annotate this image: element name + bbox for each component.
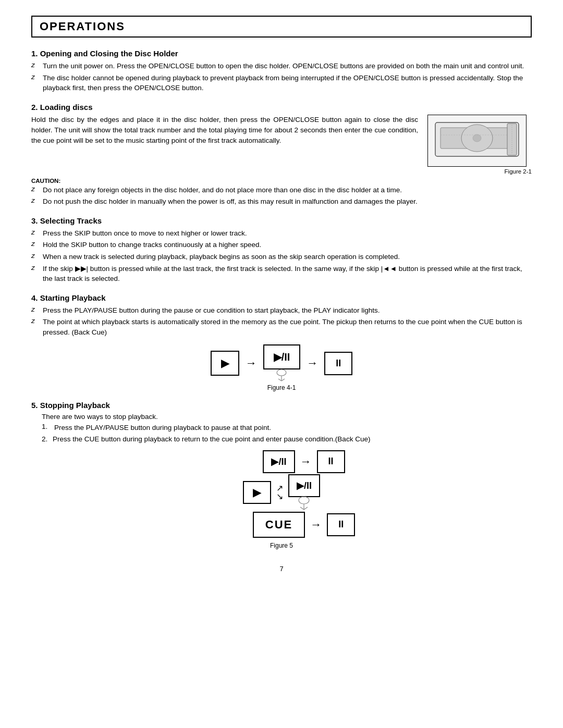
section4-item2: The point at which playback starts is au… [43, 317, 532, 337]
list-item: z Do not push the disc holder in manuall… [31, 196, 532, 207]
bullet: z [31, 305, 43, 313]
disc-svg [430, 117, 524, 164]
figure2-1-label: Figure 2-1 [427, 168, 532, 175]
page-number: 7 [31, 565, 532, 573]
list-item: z Hold the SKIP button to change tracks … [31, 240, 532, 250]
fig5-pause2-box: II [327, 513, 355, 536]
list-item: z The disc holder cannot be opened durin… [31, 73, 532, 93]
bullet: z [31, 317, 43, 325]
cue-label: CUE [265, 518, 292, 532]
bullet: z [31, 73, 43, 81]
section2-caution-list: z Do not place any foreign objects in th… [31, 185, 532, 207]
cue-button-box: CUE [253, 512, 305, 538]
section-starting-playback: 4. Starting Playback z Press the PLAY/PA… [31, 293, 532, 392]
section2-heading: 2. Loading discs [31, 103, 532, 112]
list-item: z If the skip ▶▶| button is pressed whil… [31, 264, 532, 284]
section3-item4: If the skip ▶▶| button is pressed while … [43, 264, 532, 284]
pause-button-box: II [324, 352, 352, 375]
fig5-arrow2-icon: → [310, 518, 322, 532]
section3-item1: Press the SKIP button once to move to ne… [43, 228, 532, 239]
caution-item1: Do not place any foreign objects in the … [43, 185, 532, 195]
figure5-area: ▶/II → II ▶ ↗ ↘ ▶/II [31, 450, 532, 549]
svg-point-3 [473, 134, 481, 142]
svg-line-14 [304, 507, 308, 510]
finger-press-svg [271, 367, 292, 382]
list-item: z Do not place any foreign objects in th… [31, 185, 532, 195]
section4-heading: 4. Starting Playback [31, 293, 532, 302]
pause-icon: II [336, 358, 341, 369]
list-item: z The point at which playback starts is … [31, 317, 532, 337]
list-item: z Turn the unit power on. Press the OPEN… [31, 61, 532, 71]
svg-point-7 [277, 369, 286, 376]
section5-item1: Press the PLAY/PAUSE button during playb… [54, 423, 532, 433]
figure4-1-diagram: ▶ → ▶/II → II [211, 344, 353, 382]
list-item: 1. Press the PLAY/PAUSE button during pl… [42, 423, 532, 433]
num-bullet-2: 2. [42, 435, 47, 443]
arrow2-icon: → [307, 356, 318, 370]
fig5-pause1-icon: II [328, 456, 333, 467]
arrow-up-icon: ↗ [276, 484, 283, 492]
section-loading-discs: 2. Loading discs Hold the disc by the ed… [31, 103, 532, 207]
fig5-pause2-icon: II [338, 519, 344, 530]
section3-heading: 3. Selecting Tracks [31, 216, 532, 225]
svg-point-11 [299, 497, 309, 504]
play-icon: ▶ [221, 357, 229, 369]
section3-item2: Hold the SKIP button to change tracks co… [43, 240, 532, 250]
play-pause-button-box: ▶/II [263, 344, 301, 369]
fig5-finger-play-pause: ▶/II [288, 474, 320, 511]
play-button-box: ▶ [211, 351, 239, 376]
list-item: z Press the PLAY/PAUSE button during the… [31, 305, 532, 316]
section-selecting-tracks: 3. Selecting Tracks z Press the SKIP but… [31, 216, 532, 284]
fig5-top-row: ▶/II → II [218, 450, 345, 473]
svg-line-9 [278, 379, 282, 381]
caution-item2: Do not push the disc holder in manually … [43, 196, 532, 207]
section1-list: z Turn the unit power on. Press the OPEN… [31, 61, 532, 93]
bullet: z [31, 196, 43, 204]
play-pause-with-finger: ▶/II [263, 344, 301, 382]
svg-line-10 [282, 379, 285, 381]
fig5-pp-icon2: ▶/II [297, 480, 312, 491]
caution-label: CAUTION: [31, 178, 532, 184]
fig5-play-icon: ▶ [253, 486, 261, 499]
section-opening-closing: 1. Opening and Closing the Disc Holder z… [31, 49, 532, 93]
section1-item2: The disc holder cannot be opened during … [43, 73, 532, 93]
double-arrow-icon: ↗ ↘ [276, 484, 283, 501]
page-title-box: OPERATIONS [31, 16, 532, 38]
section5-item2: Press the CUE button during playback to … [53, 435, 370, 443]
fig5-finger-svg [292, 495, 315, 511]
bullet: z [31, 61, 43, 69]
section4-item1: Press the PLAY/PAUSE button during the p… [43, 305, 532, 316]
section-stopping-playback: 5. Stopping Playback There are two ways … [31, 401, 532, 549]
figure5-label: Figure 5 [270, 542, 293, 549]
section2-figure-area: Figure 2-1 [427, 115, 532, 175]
disc-figure [427, 115, 527, 167]
bullet: z [31, 185, 43, 193]
arrow1-icon: → [246, 356, 257, 370]
section5-intro-area: There are two ways to stop playback. 1. … [42, 413, 532, 443]
section4-list: z Press the PLAY/PAUSE button during the… [31, 305, 532, 338]
section5-num-list: 1. Press the PLAY/PAUSE button during pl… [42, 423, 532, 433]
section5-heading: 5. Stopping Playback [31, 401, 532, 410]
svg-line-13 [300, 507, 304, 510]
section2-body: Hold the disc by the edges and place it … [31, 115, 532, 175]
fig5-pp-box2: ▶/II [288, 474, 320, 497]
play-pause-icon: ▶/II [274, 351, 290, 363]
bullet: z [31, 228, 43, 236]
fig5-play-pause-box: ▶/II [263, 450, 295, 473]
bullet: z [31, 252, 43, 260]
arrow-down-icon: ↘ [276, 492, 283, 501]
page-title: OPERATIONS [40, 20, 523, 33]
fig5-play-box: ▶ [243, 481, 271, 504]
num-bullet-1: 1. [42, 423, 54, 430]
list-item: z When a new track is selected during pl… [31, 252, 532, 262]
fig5-play-pause-icon: ▶/II [271, 456, 286, 467]
section2-text: Hold the disc by the edges and place it … [31, 115, 418, 146]
fig5-arrow1-icon: → [300, 455, 312, 468]
section2-caution-area: CAUTION: z Do not place any foreign obje… [31, 178, 532, 207]
section5-item2-area: 2. Press the CUE button during playback … [42, 435, 532, 443]
bullet: z [31, 264, 43, 272]
section1-heading: 1. Opening and Closing the Disc Holder [31, 49, 532, 58]
section3-item3: When a new track is selected during play… [43, 252, 532, 262]
section5-intro: There are two ways to stop playback. [42, 413, 532, 421]
section1-item1: Turn the unit power on. Press the OPEN/C… [43, 61, 532, 71]
